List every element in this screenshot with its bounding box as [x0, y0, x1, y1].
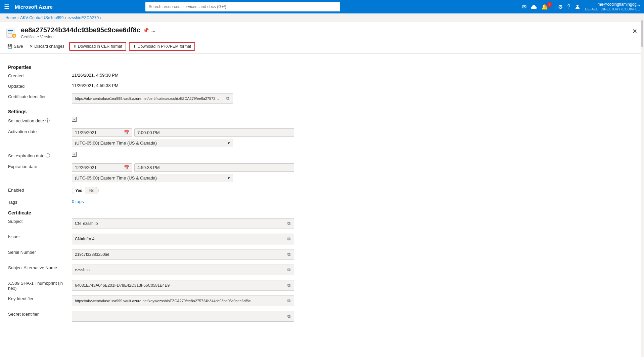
- certificate-icon: ★: [5, 27, 17, 39]
- cert-id-text: https://akv-centraluse1ea999.vault.azure…: [75, 96, 219, 101]
- cert-id-field[interactable]: https://akv-centraluse1ea999.vault.azure…: [72, 93, 233, 104]
- pin-icon[interactable]: 📌: [143, 28, 149, 33]
- activation-date-value: 11/25/2021 📅 7:00:00 PM (UTC-05:00) East…: [72, 128, 294, 147]
- subject-copy-icon[interactable]: ⧉: [287, 220, 291, 227]
- settings-section-header: Settings: [8, 109, 294, 114]
- discard-icon: ✕: [30, 44, 33, 49]
- secret-id-label: Secret Identifier: [8, 311, 72, 317]
- set-activation-label: Set activation date ⓘ: [8, 117, 72, 124]
- activation-tz-select[interactable]: (UTC-05:00) Eastern Time (US & Canada) ▾: [72, 139, 233, 147]
- expiration-date-row: Expiration date 12/26/2021 📅 4:59:38 PM …: [8, 163, 294, 182]
- set-expiration-value: ✓: [72, 152, 294, 157]
- issuer-field[interactable]: CN=Infra 4 ⧉: [72, 234, 294, 244]
- svg-rect-3: [8, 32, 12, 32]
- secret-id-copy-icon[interactable]: ⧉: [287, 313, 291, 320]
- scrollbar-thumb[interactable]: [641, 20, 643, 47]
- tags-link[interactable]: 0 tags: [72, 199, 84, 204]
- download-cer-button[interactable]: ⬇ Download in CER format: [69, 42, 126, 51]
- nav-right-icons: ✉ 🔔 1 ⚙ ? me@codingflamingog... DEFAULT …: [522, 2, 640, 12]
- more-options-icon[interactable]: ...: [151, 28, 155, 33]
- search-input[interactable]: [149, 4, 337, 9]
- enabled-toggle: Yes No: [72, 187, 294, 194]
- set-activation-checkbox[interactable]: ✓: [72, 117, 77, 122]
- activation-time-input[interactable]: 7:00:00 PM: [134, 128, 294, 137]
- enabled-no-option[interactable]: No: [85, 187, 98, 194]
- set-expiration-label: Set expiration date ⓘ: [8, 152, 72, 159]
- breadcrumb-vault[interactable]: AKV-CentralUSe1ea999: [20, 15, 63, 20]
- subject-label: Subject: [8, 218, 72, 224]
- user-icon[interactable]: [575, 4, 580, 9]
- thumbprint-field[interactable]: 64031E743A046E201FD78E42D313F66C0581E4E9…: [72, 280, 294, 291]
- help-icon[interactable]: ?: [567, 4, 570, 10]
- user-info: me@codingflamingog... DEFAULT DIRECTORY …: [585, 2, 640, 12]
- discard-button[interactable]: ✕ Discard changes: [28, 43, 66, 50]
- cert-id-label: Certificate Identifier: [8, 93, 72, 99]
- expiration-date-input[interactable]: 12/26/2021 📅: [72, 163, 132, 172]
- issuer-value: CN=Infra 4: [75, 237, 94, 241]
- set-expiration-checkbox[interactable]: ✓: [72, 152, 77, 157]
- set-activation-checkbox-wrapper: ✓: [72, 117, 294, 122]
- secret-id-field[interactable]: ⧉: [72, 311, 294, 322]
- svg-text:★: ★: [13, 34, 16, 38]
- main-content: Properties Created 11/26/2021, 4:59:38 P…: [0, 55, 302, 351]
- tags-row: Tags 0 tags: [8, 199, 294, 205]
- activation-date-input[interactable]: 11/25/2021 📅: [72, 128, 132, 137]
- serial-copy-icon[interactable]: ⧉: [287, 251, 291, 258]
- serial-row: Serial Number 219c7f32883250ae ⧉: [8, 249, 294, 260]
- san-row: Subject Alternative Name ezssh.io ⧉: [8, 265, 294, 275]
- issuer-copy-icon[interactable]: ⧉: [287, 236, 291, 242]
- settings-icon[interactable]: ⚙: [558, 4, 563, 10]
- created-label: Created: [8, 73, 72, 78]
- breadcrumb-cert[interactable]: ezsshioEZCA279: [67, 15, 99, 20]
- created-row: Created 11/26/2021, 4:59:38 PM: [8, 73, 294, 78]
- subject-field[interactable]: CN=ezssh.io ⧉: [72, 218, 294, 229]
- svg-rect-4: [8, 33, 12, 34]
- hamburger-menu[interactable]: ☰: [4, 3, 9, 10]
- san-copy-icon[interactable]: ⧉: [287, 267, 291, 273]
- user-name-text: me@codingflamingog...: [585, 2, 640, 7]
- set-activation-row: Set activation date ⓘ ✓: [8, 117, 294, 124]
- san-field[interactable]: ezssh.io ⧉: [72, 265, 294, 275]
- calendar-icon[interactable]: 📅: [124, 130, 129, 135]
- main-scroll-area[interactable]: Properties Created 11/26/2021, 4:59:38 P…: [0, 55, 644, 357]
- key-id-field[interactable]: https://akv-centraluse1ea999.vault.azure…: [72, 295, 294, 306]
- properties-section-header: Properties: [8, 65, 294, 70]
- thumbprint-copy-icon[interactable]: ⧉: [287, 282, 291, 289]
- breadcrumb-home[interactable]: Home: [5, 15, 16, 20]
- key-id-row: Key Identifier https://akv-centraluse1ea…: [8, 295, 294, 306]
- enabled-toggle-group[interactable]: Yes No: [72, 187, 99, 194]
- notification-badge: 1: [547, 2, 552, 7]
- email-icon[interactable]: ✉: [522, 4, 526, 10]
- serial-field[interactable]: 219c7f32883250ae ⧉: [72, 249, 294, 260]
- set-activation-value: ✓: [72, 117, 294, 122]
- serial-label: Serial Number: [8, 249, 72, 255]
- close-button[interactable]: ✕: [631, 26, 639, 36]
- svg-point-0: [577, 5, 579, 7]
- notifications-icon[interactable]: 🔔 1: [541, 4, 553, 10]
- save-button[interactable]: 💾 Save: [5, 43, 25, 50]
- thumbprint-value: 64031E743A046E201FD78E42D313F66C0581E4E9: [75, 283, 170, 288]
- toolbar: 💾 Save ✕ Discard changes ⬇ Download in C…: [0, 39, 644, 54]
- updated-row: Updated 11/26/2021, 4:59:38 PM: [8, 83, 294, 89]
- expiration-tz-select[interactable]: (UTC-05:00) Eastern Time (US & Canada) ▾: [72, 174, 233, 182]
- download-pfx-button[interactable]: ⬇ Download in PFX/PEM format: [129, 42, 195, 51]
- search-bar[interactable]: [145, 2, 340, 11]
- set-activation-info-icon[interactable]: ⓘ: [45, 118, 50, 124]
- page-header: ★ ee8a275724b344dc93be95c9cee6df8c 📌 ...…: [0, 22, 644, 39]
- expiration-time-input[interactable]: 4:59:38 PM: [134, 163, 294, 172]
- enabled-row: Enabled Yes No: [8, 187, 294, 194]
- set-expiration-info-icon[interactable]: ⓘ: [46, 153, 50, 159]
- expiry-calendar-icon[interactable]: 📅: [124, 165, 129, 170]
- key-id-label: Key Identifier: [8, 295, 72, 301]
- app-logo: Microsoft Azure: [15, 4, 53, 10]
- cloud-icon[interactable]: [531, 4, 537, 9]
- cert-id-copy-icon[interactable]: ⧉: [226, 95, 230, 102]
- save-icon: 💾: [7, 44, 12, 49]
- cert-id-row: Certificate Identifier https://akv-centr…: [8, 93, 294, 104]
- enabled-yes-option[interactable]: Yes: [72, 187, 85, 194]
- page-title-text: ee8a275724b344dc93be95c9cee6df8c: [21, 26, 140, 34]
- key-id-copy-icon[interactable]: ⧉: [287, 298, 291, 304]
- right-scrollbar[interactable]: [641, 13, 644, 357]
- user-directory: DEFAULT DIRECTORY (CODINFL...: [585, 7, 640, 11]
- created-value: 11/26/2021, 4:59:38 PM: [72, 73, 294, 78]
